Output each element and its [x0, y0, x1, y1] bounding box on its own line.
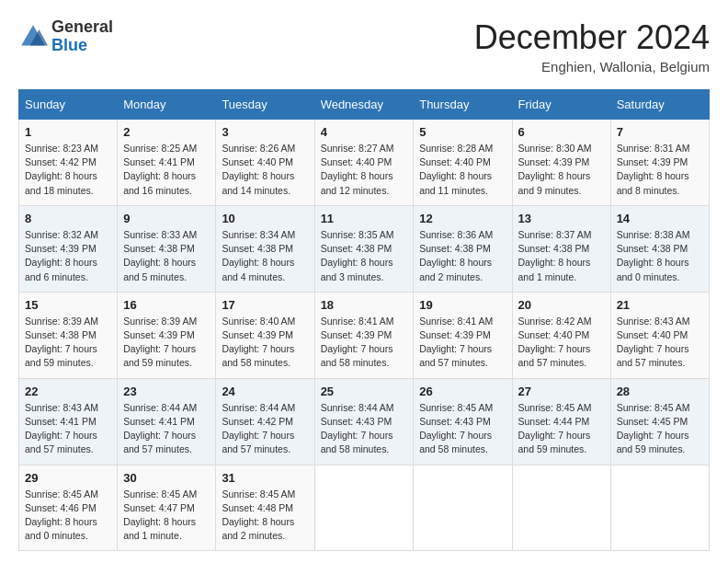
- day-info: Sunrise: 8:33 AMSunset: 4:38 PMDaylight:…: [123, 228, 210, 284]
- day-info: Sunrise: 8:27 AMSunset: 4:40 PMDaylight:…: [321, 142, 408, 198]
- calendar-day-cell: 8Sunrise: 8:32 AMSunset: 4:39 PMDaylight…: [19, 205, 118, 292]
- day-number: 3: [222, 125, 308, 139]
- day-number: 6: [518, 125, 605, 139]
- day-number: 11: [321, 212, 408, 225]
- calendar-day-cell: 10Sunrise: 8:34 AMSunset: 4:38 PMDayligh…: [216, 205, 314, 292]
- calendar-day-cell: [610, 465, 709, 551]
- day-number: 21: [617, 298, 703, 312]
- day-info: Sunrise: 8:32 AMSunset: 4:39 PMDaylight:…: [25, 228, 111, 284]
- day-info: Sunrise: 8:44 AMSunset: 4:43 PMDaylight:…: [321, 401, 408, 457]
- day-number: 16: [123, 298, 210, 312]
- calendar-weekday-header: Monday: [118, 90, 216, 120]
- day-info: Sunrise: 8:39 AMSunset: 4:38 PMDaylight:…: [25, 315, 111, 371]
- calendar-day-cell: 14Sunrise: 8:38 AMSunset: 4:38 PMDayligh…: [610, 205, 709, 292]
- day-number: 23: [123, 385, 210, 398]
- calendar-day-cell: 5Sunrise: 8:28 AMSunset: 4:40 PMDaylight…: [414, 120, 512, 206]
- title-area: December 2024 Enghien, Wallonia, Belgium: [474, 18, 710, 75]
- calendar-day-cell: 29Sunrise: 8:45 AMSunset: 4:46 PMDayligh…: [19, 465, 118, 551]
- calendar-weekday-header: Sunday: [19, 90, 118, 120]
- calendar-weekday-header: Tuesday: [216, 90, 314, 120]
- day-info: Sunrise: 8:45 AMSunset: 4:46 PMDaylight:…: [25, 488, 111, 544]
- calendar-day-cell: 25Sunrise: 8:44 AMSunset: 4:43 PMDayligh…: [314, 378, 414, 465]
- calendar-day-cell: 28Sunrise: 8:45 AMSunset: 4:45 PMDayligh…: [610, 378, 709, 465]
- calendar-day-cell: 16Sunrise: 8:39 AMSunset: 4:39 PMDayligh…: [118, 292, 216, 378]
- day-number: 30: [123, 471, 210, 485]
- logo-blue: Blue: [51, 37, 113, 55]
- day-info: Sunrise: 8:37 AMSunset: 4:38 PMDaylight:…: [518, 228, 605, 284]
- calendar-day-cell: 18Sunrise: 8:41 AMSunset: 4:39 PMDayligh…: [314, 292, 414, 378]
- day-number: 8: [25, 212, 111, 225]
- calendar-day-cell: 20Sunrise: 8:42 AMSunset: 4:40 PMDayligh…: [512, 292, 610, 378]
- day-info: Sunrise: 8:45 AMSunset: 4:45 PMDaylight:…: [617, 401, 703, 457]
- day-info: Sunrise: 8:39 AMSunset: 4:39 PMDaylight:…: [123, 315, 210, 371]
- calendar-day-cell: [512, 465, 610, 551]
- calendar-day-cell: 9Sunrise: 8:33 AMSunset: 4:38 PMDaylight…: [118, 205, 216, 292]
- day-number: 22: [25, 385, 111, 398]
- calendar-weekday-header: Thursday: [414, 90, 512, 120]
- calendar-day-cell: 11Sunrise: 8:35 AMSunset: 4:38 PMDayligh…: [314, 205, 414, 292]
- calendar-day-cell: 21Sunrise: 8:43 AMSunset: 4:40 PMDayligh…: [610, 292, 709, 378]
- day-number: 15: [25, 298, 111, 312]
- calendar-weekday-header: Wednesday: [314, 90, 414, 120]
- day-number: 31: [222, 471, 308, 485]
- day-info: Sunrise: 8:45 AMSunset: 4:43 PMDaylight:…: [419, 401, 506, 457]
- header: General Blue December 2024 Enghien, Wall…: [18, 18, 710, 75]
- day-number: 1: [25, 125, 111, 139]
- calendar-day-cell: [314, 465, 414, 551]
- calendar-week-row: 8Sunrise: 8:32 AMSunset: 4:39 PMDaylight…: [19, 205, 710, 292]
- calendar-day-cell: 31Sunrise: 8:45 AMSunset: 4:48 PMDayligh…: [216, 465, 314, 551]
- day-info: Sunrise: 8:38 AMSunset: 4:38 PMDaylight:…: [617, 228, 703, 284]
- general-blue-logo-icon: [18, 22, 48, 52]
- calendar-table: SundayMondayTuesdayWednesdayThursdayFrid…: [18, 89, 710, 551]
- calendar-day-cell: 6Sunrise: 8:30 AMSunset: 4:39 PMDaylight…: [512, 120, 610, 206]
- calendar-day-cell: 27Sunrise: 8:45 AMSunset: 4:44 PMDayligh…: [512, 378, 610, 465]
- calendar-weekday-header: Saturday: [610, 90, 709, 120]
- day-info: Sunrise: 8:30 AMSunset: 4:39 PMDaylight:…: [518, 142, 605, 198]
- day-number: 9: [123, 212, 210, 225]
- day-number: 24: [222, 385, 308, 398]
- calendar-day-cell: 30Sunrise: 8:45 AMSunset: 4:47 PMDayligh…: [118, 465, 216, 551]
- day-number: 7: [617, 125, 703, 139]
- calendar-day-cell: 24Sunrise: 8:44 AMSunset: 4:42 PMDayligh…: [216, 378, 314, 465]
- calendar-day-cell: 26Sunrise: 8:45 AMSunset: 4:43 PMDayligh…: [414, 378, 512, 465]
- day-info: Sunrise: 8:45 AMSunset: 4:44 PMDaylight:…: [518, 401, 605, 457]
- calendar-day-cell: 19Sunrise: 8:41 AMSunset: 4:39 PMDayligh…: [414, 292, 512, 378]
- calendar-day-cell: 13Sunrise: 8:37 AMSunset: 4:38 PMDayligh…: [512, 205, 610, 292]
- day-info: Sunrise: 8:45 AMSunset: 4:48 PMDaylight:…: [222, 488, 308, 544]
- calendar-day-cell: 3Sunrise: 8:26 AMSunset: 4:40 PMDaylight…: [216, 120, 314, 206]
- calendar-week-row: 15Sunrise: 8:39 AMSunset: 4:38 PMDayligh…: [19, 292, 710, 378]
- day-info: Sunrise: 8:42 AMSunset: 4:40 PMDaylight:…: [518, 315, 605, 371]
- calendar-day-cell: 4Sunrise: 8:27 AMSunset: 4:40 PMDaylight…: [314, 120, 414, 206]
- day-number: 18: [321, 298, 408, 312]
- calendar-week-row: 29Sunrise: 8:45 AMSunset: 4:46 PMDayligh…: [19, 465, 710, 551]
- day-info: Sunrise: 8:44 AMSunset: 4:42 PMDaylight:…: [222, 401, 308, 457]
- calendar-day-cell: 1Sunrise: 8:23 AMSunset: 4:42 PMDaylight…: [19, 120, 118, 206]
- day-info: Sunrise: 8:25 AMSunset: 4:41 PMDaylight:…: [123, 142, 210, 198]
- day-number: 29: [25, 471, 111, 485]
- calendar-week-row: 22Sunrise: 8:43 AMSunset: 4:41 PMDayligh…: [19, 378, 710, 465]
- day-number: 5: [419, 125, 506, 139]
- logo-general: General: [51, 18, 113, 37]
- day-info: Sunrise: 8:40 AMSunset: 4:39 PMDaylight:…: [222, 315, 308, 371]
- day-number: 28: [617, 385, 703, 398]
- day-number: 14: [617, 212, 703, 225]
- day-number: 25: [321, 385, 408, 398]
- day-info: Sunrise: 8:41 AMSunset: 4:39 PMDaylight:…: [321, 315, 408, 371]
- calendar-weekday-header: Friday: [512, 90, 610, 120]
- calendar-header-row: SundayMondayTuesdayWednesdayThursdayFrid…: [19, 90, 710, 120]
- day-info: Sunrise: 8:45 AMSunset: 4:47 PMDaylight:…: [123, 488, 210, 544]
- month-title: December 2024: [474, 18, 710, 57]
- day-number: 17: [222, 298, 308, 312]
- day-number: 4: [321, 125, 408, 139]
- day-number: 10: [222, 212, 308, 225]
- day-number: 27: [518, 385, 605, 398]
- day-info: Sunrise: 8:44 AMSunset: 4:41 PMDaylight:…: [123, 401, 210, 457]
- calendar-day-cell: 7Sunrise: 8:31 AMSunset: 4:39 PMDaylight…: [610, 120, 709, 206]
- calendar-day-cell: [414, 465, 512, 551]
- day-number: 20: [518, 298, 605, 312]
- day-info: Sunrise: 8:41 AMSunset: 4:39 PMDaylight:…: [419, 315, 506, 371]
- calendar-day-cell: 15Sunrise: 8:39 AMSunset: 4:38 PMDayligh…: [19, 292, 118, 378]
- day-number: 26: [419, 385, 506, 398]
- calendar-day-cell: 2Sunrise: 8:25 AMSunset: 4:41 PMDaylight…: [118, 120, 216, 206]
- location-subtitle: Enghien, Wallonia, Belgium: [474, 59, 710, 75]
